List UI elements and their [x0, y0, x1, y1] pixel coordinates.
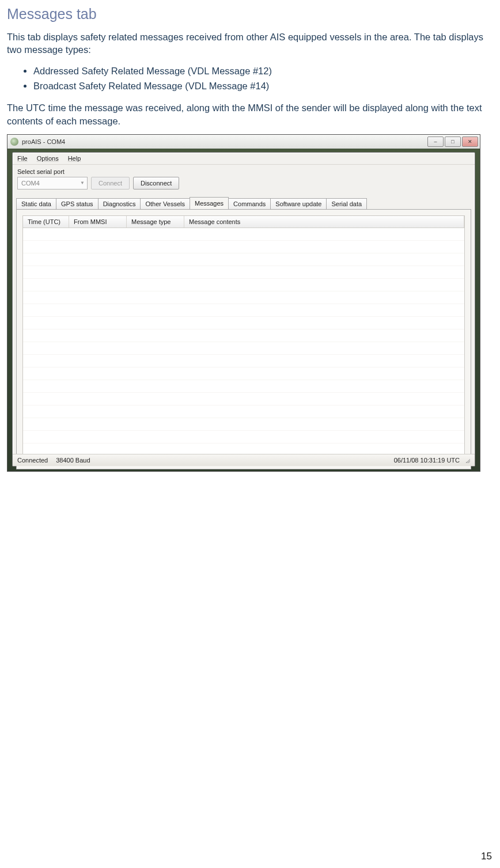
messages-tab-content: Time (UTC) From MMSI Message type Messag…	[16, 209, 471, 469]
table-body	[23, 228, 464, 463]
column-contents[interactable]: Message contents	[184, 216, 464, 228]
tab-serial-data[interactable]: Serial data	[326, 198, 367, 209]
tab-diagnostics[interactable]: Diagnostics	[98, 198, 141, 209]
status-connection: Connected	[17, 457, 48, 464]
app-icon	[10, 138, 18, 146]
intro-paragraph: This tab displays safety related message…	[7, 31, 493, 56]
close-button[interactable]: ✕	[462, 137, 478, 147]
window-titlebar: proAIS - COM4 – □ ✕	[7, 135, 480, 149]
chevron-down-icon: ▼	[80, 180, 85, 185]
messages-table: Time (UTC) From MMSI Message type Messag…	[22, 215, 465, 463]
tab-messages[interactable]: Messages	[190, 197, 229, 209]
serial-port-value: COM4	[21, 180, 40, 187]
description-paragraph: The UTC time the message was received, a…	[7, 101, 493, 127]
connect-button[interactable]: Connect	[91, 177, 130, 189]
app-screenshot: proAIS - COM4 – □ ✕ File Options Help Se…	[7, 134, 480, 472]
list-item: Addressed Safety Related Message (VDL Me…	[33, 63, 493, 78]
serial-port-select[interactable]: COM4 ▼	[17, 177, 88, 189]
disconnect-button[interactable]: Disconnect	[133, 177, 179, 189]
tab-software-update[interactable]: Software update	[270, 198, 327, 209]
column-time[interactable]: Time (UTC)	[23, 216, 69, 228]
tab-other-vessels[interactable]: Other Vessels	[140, 198, 190, 209]
menu-options[interactable]: Options	[37, 155, 59, 162]
window-title: proAIS - COM4	[22, 138, 65, 145]
maximize-button[interactable]: □	[445, 137, 461, 147]
resize-grip-icon[interactable]	[464, 457, 470, 463]
app-panel: File Options Help Select serial port COM…	[12, 152, 475, 467]
section-heading: Messages tab	[7, 6, 493, 22]
list-item: Broadcast Safety Related Message (VDL Me…	[33, 78, 493, 93]
status-bar: Connected 38400 Baud 06/11/08 10:31:19 U…	[13, 454, 475, 466]
serial-port-label: Select serial port	[17, 168, 470, 175]
table-header: Time (UTC) From MMSI Message type Messag…	[23, 216, 464, 228]
minimize-button[interactable]: –	[427, 137, 444, 147]
tab-static-data[interactable]: Static data	[16, 198, 56, 209]
tab-bar: Static data GPS status Diagnostics Other…	[13, 196, 475, 209]
column-from[interactable]: From MMSI	[69, 216, 127, 228]
tab-commands[interactable]: Commands	[228, 198, 271, 209]
menu-bar: File Options Help	[13, 153, 475, 165]
message-types-list: Addressed Safety Related Message (VDL Me…	[7, 63, 493, 94]
status-baud: 38400 Baud	[56, 457, 90, 464]
serial-port-area: Select serial port COM4 ▼ Connect Discon…	[13, 165, 475, 194]
status-clock: 06/11/08 10:31:19 UTC	[394, 457, 460, 464]
menu-file[interactable]: File	[17, 155, 28, 162]
tab-gps-status[interactable]: GPS status	[56, 198, 99, 209]
menu-help[interactable]: Help	[68, 155, 81, 162]
column-type[interactable]: Message type	[127, 216, 184, 228]
